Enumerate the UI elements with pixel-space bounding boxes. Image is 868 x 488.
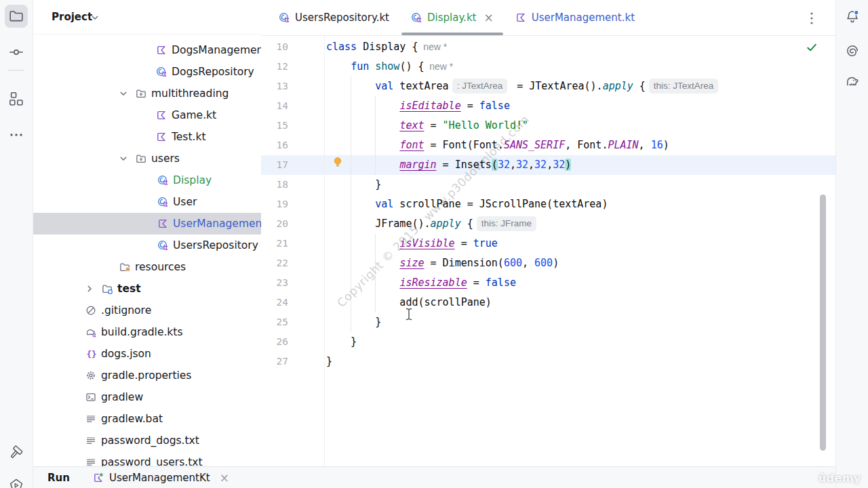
code-line-17[interactable]: 17 margin = Insets(32,32,32,32) [261,155,835,175]
code-text[interactable]: } [326,352,332,371]
inlay-hint-chip[interactable]: this: JTextArea [649,79,719,94]
tree-item-gitignore[interactable]: .gitignore [33,300,261,321]
editor-tab-usermanagement-kt[interactable]: UserManagement.kt [505,0,646,35]
code-text[interactable]: class Display { new * [326,37,447,57]
inlay-hint-chip[interactable]: : JTextArea [452,79,508,94]
tree-item-label: test [117,278,141,300]
editor-scrollbar[interactable] [820,195,826,451]
tree-item-dogsmanagement[interactable]: DogsManagement [33,39,261,61]
rail-notifications-button[interactable] [844,9,861,25]
code-text[interactable]: font = Font(Font.SANS_SERIF, Font.PLAIN,… [326,136,669,155]
code-text[interactable]: text = "Hello World!" [326,116,528,136]
code-text[interactable]: isResizable = false [326,273,516,293]
tree-item-usersrepository[interactable]: UsersRepository [33,235,261,256]
rail-gradle-button[interactable] [844,73,861,89]
editor-tab-usersrepository-kt[interactable]: UsersRepository.kt [268,0,400,35]
tree-item-gradlew-bat[interactable]: gradlew.bat [33,408,261,430]
line-number: 14 [261,96,288,116]
intention-bulb-icon[interactable] [332,157,343,167]
left-tool-rail [0,0,33,488]
code-line-23[interactable]: 23 isResizable = false [261,273,835,293]
tree-item-game-kt[interactable]: Game.kt [33,104,261,126]
rail-ai-assistant-button[interactable] [844,43,861,59]
inlay-hint-chip[interactable]: this: JFrame [477,216,536,231]
code-text[interactable]: val textArea: JTextArea = JTextArea().ap… [326,77,722,96]
tab-options-kebab-icon[interactable] [808,11,816,26]
tree-item-label: DogsManagement [172,39,261,61]
project-panel-header[interactable]: Project [33,0,261,35]
mouse-ibeam-cursor [406,308,412,321]
code-line-12[interactable]: 12 fun show() { new * [261,57,835,77]
tree-item-resources[interactable]: resources [33,256,261,278]
rail-project-button[interactable] [5,5,28,28]
code-line-15[interactable]: 15 text = "Hello World!" [261,116,835,136]
kotlin-file-icon [515,12,526,23]
chevron-right-icon[interactable] [84,283,95,294]
tree-item-display[interactable]: Display [33,169,261,191]
code-text[interactable]: isEditable = false [326,96,510,116]
code-text[interactable]: } [326,332,357,352]
code-text[interactable]: isVisible = true [326,234,498,253]
code-line-24[interactable]: 24 add(scrollPane) [261,293,835,312]
rail-structure-button[interactable] [8,91,24,107]
kotlin-class-icon [157,175,168,186]
run-tool-window-bar: Run UserManagementKt × [33,466,835,488]
code-text[interactable]: } [326,312,381,332]
folder-resources-icon [119,262,130,272]
code-line-18[interactable]: 18 } [261,175,835,195]
code-line-19[interactable]: 19 val scrollPane = JScrollPane(textArea… [261,195,835,214]
json-icon: {} [85,348,96,359]
tree-item-gradlew[interactable]: gradlew [33,386,261,408]
terminal-icon [85,392,96,403]
code-line-20[interactable]: 20 JFrame().apply {this: JFrame [261,214,835,234]
run-tab-label: UserManagementKt [109,472,210,484]
tree-item-password-dogs-txt[interactable]: password_dogs.txt [33,430,261,451]
tree-item-dogs-json[interactable]: {}dogs.json [33,343,261,365]
tree-item-user[interactable]: User [33,191,261,213]
code-text[interactable]: margin = Insets(32,32,32,32) [326,155,571,175]
run-tool-window-label[interactable]: Run [47,472,70,484]
code-line-10[interactable]: 10class Display { new * [261,37,835,57]
code-line-26[interactable]: 26 } [261,332,835,352]
tree-item-test[interactable]: test [33,278,261,300]
tree-item-gradle-properties[interactable]: gradle.properties [33,365,261,386]
tree-item-build-gradle-kts[interactable]: build.gradle.kts [33,321,261,343]
editor-tab-display-kt[interactable]: Display.kt× [400,0,505,35]
code-text[interactable]: val scrollPane = JScrollPane(textArea) [326,195,608,214]
close-icon[interactable]: × [220,471,229,485]
rail-build-button[interactable] [8,445,24,461]
code-vision-hint[interactable]: new * [418,41,447,52]
chevron-down-icon[interactable] [118,153,129,164]
tree-item-usermanagement[interactable]: UserManagement [33,213,261,235]
rail-run-partial-button[interactable] [8,477,24,488]
chevron-down-icon[interactable] [90,12,100,23]
chevron-down-icon[interactable] [118,88,129,99]
code-line-25[interactable]: 25 } [261,312,835,332]
rail-commit-button[interactable] [8,44,24,60]
tree-item-label: .gitignore [101,300,151,321]
code-line-22[interactable]: 22 size = Dimension(600, 600) [261,253,835,273]
code-text[interactable]: } [326,175,381,195]
line-number: 17 [261,155,288,175]
code-line-14[interactable]: 14 isEditable = false [261,96,835,116]
run-tab-usermanagementkt[interactable]: UserManagementKt × [93,471,229,485]
code-vision-hint[interactable]: new * [425,61,454,72]
code-line-27[interactable]: 27} [261,352,835,371]
close-icon[interactable]: × [484,12,493,24]
code-line-16[interactable]: 16 font = Font(Font.SANS_SERIF, Font.PLA… [261,136,835,155]
tree-item-dogsrepository[interactable]: DogsRepository [33,61,261,83]
tree-item-test-kt[interactable]: Test.kt [33,126,261,148]
code-line-21[interactable]: 21 isVisible = true [261,234,835,253]
rail-more-button[interactable] [8,127,24,143]
editor-area[interactable]: Copyright © 2015 - www.p30download.com 1… [261,0,835,488]
code-line-13[interactable]: 13 val textArea: JTextArea = JTextArea()… [261,77,835,96]
tree-item-multithreading[interactable]: multithreading [33,83,261,104]
editor-tab-label: UsersRepository.kt [295,12,389,24]
text-file-icon [85,413,96,424]
code-text[interactable]: size = Dimension(600, 600) [326,253,559,273]
code-text[interactable]: JFrame().apply {this: JFrame [326,214,540,234]
code-text[interactable]: fun show() { new * [326,57,453,77]
line-number: 10 [261,37,288,57]
inspections-ok-icon[interactable] [806,42,817,53]
tree-item-users[interactable]: users [33,148,261,169]
